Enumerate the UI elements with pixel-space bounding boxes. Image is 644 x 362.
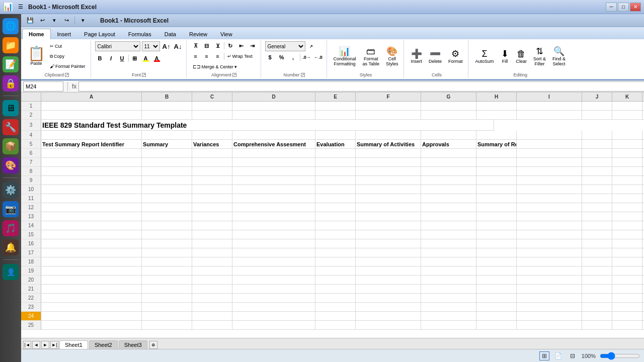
- decimal-decrease-button[interactable]: ←.0: [313, 53, 324, 62]
- number-format-select[interactable]: General: [265, 41, 305, 51]
- sheet-tab-sheet3[interactable]: Sheet3: [119, 340, 147, 349]
- font-increase-button[interactable]: A↑: [162, 42, 172, 51]
- cell-j12[interactable]: [582, 203, 612, 212]
- cell-i17[interactable]: [517, 248, 582, 257]
- cell-e22[interactable]: [315, 294, 356, 303]
- sheet-add-button[interactable]: ⊕: [149, 341, 157, 349]
- cell-b7[interactable]: [142, 158, 192, 167]
- cell-j11[interactable]: [582, 194, 612, 203]
- cell-g21[interactable]: [421, 285, 476, 294]
- cell-i11[interactable]: [517, 194, 582, 203]
- cell-a3-title[interactable]: IEEE 829 Standard Test Summary Template: [41, 120, 494, 131]
- cell-c5[interactable]: Variances: [192, 140, 232, 149]
- cell-h6[interactable]: [476, 149, 517, 158]
- cell-a1[interactable]: [41, 102, 142, 111]
- cell-g16[interactable]: [421, 239, 476, 248]
- number-expander[interactable]: ↗: [301, 73, 305, 77]
- font-color-button[interactable]: A: [152, 54, 162, 63]
- currency-button[interactable]: $: [265, 53, 275, 62]
- cell-f5[interactable]: Summary of Activities: [356, 140, 421, 149]
- cell-c7[interactable]: [192, 158, 232, 167]
- cell-f12[interactable]: [356, 203, 421, 212]
- align-left-button[interactable]: ≡: [191, 52, 201, 61]
- cell-j10[interactable]: [582, 185, 612, 194]
- cell-f17[interactable]: [356, 248, 421, 257]
- cell-k2[interactable]: [612, 111, 642, 120]
- cell-b18[interactable]: [142, 257, 192, 266]
- cell-i7[interactable]: [517, 158, 582, 167]
- cell-f6[interactable]: [356, 149, 421, 158]
- cell-h2[interactable]: [476, 111, 517, 120]
- cell-b24[interactable]: [142, 312, 192, 321]
- cell-f20[interactable]: [356, 276, 421, 285]
- cell-f25[interactable]: [356, 321, 421, 330]
- bold-button[interactable]: B: [95, 54, 105, 63]
- cell-g23[interactable]: [421, 303, 476, 312]
- qat-customize-button[interactable]: ▾: [78, 16, 88, 26]
- cell-h8[interactable]: [476, 167, 517, 176]
- cell-d7[interactable]: [232, 158, 315, 167]
- col-header-g[interactable]: G: [421, 93, 476, 101]
- cell-e23[interactable]: [315, 303, 356, 312]
- cell-j21[interactable]: [582, 285, 612, 294]
- cell-c13[interactable]: [192, 212, 232, 221]
- cell-c16[interactable]: [192, 239, 232, 248]
- cell-k17[interactable]: [612, 248, 642, 257]
- cell-e8[interactable]: [315, 167, 356, 176]
- col-header-i[interactable]: I: [517, 93, 582, 101]
- cell-d15[interactable]: [232, 230, 315, 239]
- cell-h22[interactable]: [476, 294, 517, 303]
- cell-c8[interactable]: [192, 167, 232, 176]
- cell-c10[interactable]: [192, 185, 232, 194]
- cell-k22[interactable]: [612, 294, 642, 303]
- tab-data[interactable]: Data: [158, 29, 183, 39]
- cell-c17[interactable]: [192, 248, 232, 257]
- normal-view-button[interactable]: ⊞: [539, 351, 549, 360]
- tab-view[interactable]: View: [214, 29, 239, 39]
- cell-j7[interactable]: [582, 158, 612, 167]
- find-select-button[interactable]: 🔍 Find &Select: [550, 45, 568, 68]
- col-header-j[interactable]: J: [582, 93, 612, 101]
- col-header-f[interactable]: F: [356, 93, 421, 101]
- cell-g24[interactable]: [421, 312, 476, 321]
- sheet-tab-sheet2[interactable]: Sheet2: [89, 340, 118, 349]
- cell-a9[interactable]: [41, 176, 142, 185]
- align-top-button[interactable]: ⊼: [191, 41, 201, 50]
- cell-d17[interactable]: [232, 248, 315, 257]
- cell-h24[interactable]: [476, 312, 517, 321]
- alignment-expander[interactable]: ↗: [232, 73, 236, 77]
- cell-d12[interactable]: [232, 203, 315, 212]
- format-button[interactable]: ⚙ Format: [446, 48, 465, 65]
- cell-i23[interactable]: [517, 303, 582, 312]
- close-button[interactable]: ✕: [630, 3, 641, 12]
- cell-i20[interactable]: [517, 276, 582, 285]
- cell-c18[interactable]: [192, 257, 232, 266]
- cell-d6[interactable]: [232, 149, 315, 158]
- cell-a6[interactable]: [41, 149, 142, 158]
- dock-icon-system[interactable]: 🖥: [3, 100, 19, 116]
- cell-k18[interactable]: [612, 257, 642, 266]
- cell-e14[interactable]: [315, 221, 356, 230]
- cell-f14[interactable]: [356, 221, 421, 230]
- cell-d18[interactable]: [232, 257, 315, 266]
- cell-a10[interactable]: [41, 185, 142, 194]
- cell-i8[interactable]: [517, 167, 582, 176]
- cell-i25[interactable]: [517, 321, 582, 330]
- copy-button[interactable]: ⧉ Copy: [48, 52, 88, 61]
- cell-e11[interactable]: [315, 194, 356, 203]
- formula-input[interactable]: [78, 81, 644, 92]
- cell-b9[interactable]: [142, 176, 192, 185]
- dock-icon-packages[interactable]: 📦: [3, 138, 19, 154]
- cell-g5[interactable]: Approvals: [421, 140, 476, 149]
- cell-h1[interactable]: [476, 102, 517, 111]
- cell-g7[interactable]: [421, 158, 476, 167]
- dock-icon-user[interactable]: 👤: [3, 264, 19, 280]
- cell-e4[interactable]: [315, 131, 356, 140]
- cell-j19[interactable]: [582, 266, 612, 276]
- qat-undo-dropdown[interactable]: ▾: [49, 16, 59, 26]
- underline-button[interactable]: U: [117, 54, 127, 63]
- cell-d24[interactable]: [232, 312, 315, 321]
- cell-b10[interactable]: [142, 185, 192, 194]
- cell-j20[interactable]: [582, 276, 612, 285]
- cell-f4[interactable]: [356, 131, 421, 140]
